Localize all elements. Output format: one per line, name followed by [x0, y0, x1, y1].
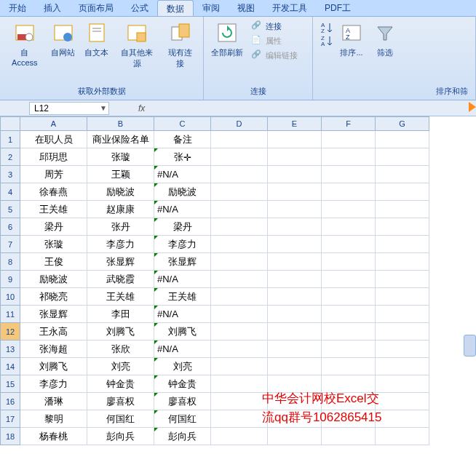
cell[interactable] — [211, 131, 268, 148]
row-header[interactable]: 16 — [0, 393, 20, 410]
cell[interactable] — [322, 323, 376, 340]
cell[interactable] — [376, 323, 429, 340]
existing-conn-button[interactable]: 现有连接 — [162, 20, 199, 71]
tab-data[interactable]: 数据 — [157, 0, 194, 16]
tab-dev[interactable]: 开发工具 — [263, 0, 316, 16]
cell[interactable] — [211, 428, 268, 445]
cell[interactable]: 何国红 — [154, 410, 211, 428]
cell[interactable] — [268, 236, 322, 253]
cell[interactable] — [268, 375, 322, 393]
cell[interactable]: 商业保险名单 — [87, 131, 154, 148]
cell[interactable] — [322, 288, 376, 306]
tab-home[interactable]: 开始 — [0, 0, 35, 16]
cell[interactable] — [211, 288, 268, 306]
row-header[interactable]: 18 — [0, 428, 20, 445]
tab-insert[interactable]: 插入 — [35, 0, 70, 16]
cell[interactable]: 张欣 — [87, 340, 154, 358]
cell[interactable] — [322, 410, 376, 428]
cell[interactable] — [268, 148, 322, 166]
cell[interactable]: 王关雄 — [154, 288, 211, 306]
formula-input[interactable] — [149, 103, 258, 113]
sort-desc-button[interactable]: ZA — [317, 33, 333, 46]
cell[interactable] — [211, 271, 268, 288]
cell[interactable] — [376, 183, 429, 201]
row-header[interactable]: 13 — [0, 340, 20, 358]
cell[interactable] — [268, 288, 322, 306]
cell[interactable]: 励晓波 — [20, 271, 87, 288]
cell[interactable] — [322, 253, 376, 271]
cell[interactable]: 励晓波 — [154, 183, 211, 201]
cell[interactable] — [376, 340, 429, 358]
row-header[interactable]: 2 — [0, 148, 20, 166]
cell[interactable] — [268, 358, 322, 375]
cell[interactable] — [211, 306, 268, 323]
cell[interactable]: 杨春桃 — [20, 428, 87, 445]
cell[interactable] — [376, 131, 429, 148]
select-all-corner[interactable] — [0, 116, 20, 131]
cell[interactable]: 王关雄 — [87, 288, 154, 306]
cell[interactable] — [322, 131, 376, 148]
column-header[interactable]: D — [211, 116, 268, 131]
cell[interactable] — [376, 218, 429, 236]
row-header[interactable]: 17 — [0, 410, 20, 428]
cell[interactable] — [322, 306, 376, 323]
cell[interactable]: 武晓霞 — [87, 271, 154, 288]
column-header[interactable]: B — [87, 116, 154, 131]
cell[interactable]: 张✛ — [154, 148, 211, 166]
cell[interactable]: 李彦力 — [20, 375, 87, 393]
cell[interactable]: 刘亮 — [87, 358, 154, 375]
cell[interactable] — [211, 393, 268, 410]
cell[interactable]: #N/A — [154, 340, 211, 358]
row-header[interactable]: 1 — [0, 131, 20, 148]
cell[interactable]: 何国红 — [87, 410, 154, 428]
cell[interactable]: 邱玥思 — [20, 148, 87, 166]
row-header[interactable]: 11 — [0, 306, 20, 323]
cell[interactable] — [376, 410, 429, 428]
cell[interactable]: 张海超 — [20, 340, 87, 358]
row-header[interactable]: 14 — [0, 358, 20, 375]
refresh-all-button[interactable]: 全部刷新 — [208, 20, 246, 60]
cell[interactable] — [376, 201, 429, 218]
cell[interactable]: 张璇 — [87, 148, 154, 166]
vertical-scrollbar-thumb[interactable] — [464, 335, 476, 357]
row-header[interactable]: 15 — [0, 375, 20, 393]
cell[interactable] — [211, 340, 268, 358]
cell[interactable] — [376, 288, 429, 306]
cell[interactable]: 在职人员 — [20, 131, 87, 148]
cell[interactable]: 王关雄 — [20, 201, 87, 218]
cell[interactable] — [211, 375, 268, 393]
cell[interactable] — [211, 410, 268, 428]
cell[interactable] — [268, 218, 322, 236]
cell[interactable]: 廖喜权 — [154, 393, 211, 410]
cell[interactable] — [322, 271, 376, 288]
cell[interactable]: 备注 — [154, 131, 211, 148]
cell[interactable]: 李田 — [87, 306, 154, 323]
tab-review[interactable]: 审阅 — [194, 0, 229, 16]
column-header[interactable]: A — [20, 116, 87, 131]
cell[interactable] — [376, 148, 429, 166]
cell[interactable] — [322, 183, 376, 201]
row-header[interactable]: 12 — [0, 323, 20, 340]
cell[interactable]: 王俊 — [20, 253, 87, 271]
cell[interactable] — [268, 306, 322, 323]
from-other-button[interactable]: 自其他来源 — [115, 20, 159, 71]
filter-button[interactable]: 筛选 — [370, 20, 400, 60]
from-web-button[interactable]: 自网站 — [48, 20, 79, 60]
cell[interactable] — [376, 358, 429, 375]
cell[interactable] — [322, 375, 376, 393]
cell[interactable]: 张丹 — [87, 218, 154, 236]
row-header[interactable]: 7 — [0, 236, 20, 253]
column-header[interactable]: C — [154, 116, 211, 131]
cell[interactable]: 廖喜权 — [87, 393, 154, 410]
cell[interactable]: 周芳 — [20, 166, 87, 183]
edit-links-button[interactable]: 🔗编辑链接 — [249, 49, 300, 62]
cell[interactable]: #N/A — [154, 306, 211, 323]
tab-view[interactable]: 视图 — [229, 0, 263, 16]
sort-asc-button[interactable]: AZ — [317, 20, 333, 33]
cell[interactable] — [211, 148, 268, 166]
cell[interactable]: 彭向兵 — [87, 428, 154, 445]
cell[interactable]: 梁丹 — [154, 218, 211, 236]
cell[interactable] — [376, 393, 429, 410]
name-box[interactable]: L12 ▼ — [29, 102, 109, 115]
cell[interactable]: 徐春燕 — [20, 183, 87, 201]
